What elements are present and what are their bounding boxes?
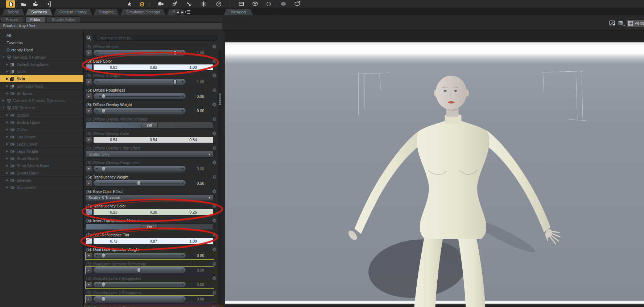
- create-plane-icon[interactable]: [292, 0, 302, 8]
- tree-item-default-templates[interactable]: ▶Default Templates: [0, 61, 83, 68]
- collapsed-arrow-icon[interactable]: ▶: [6, 83, 8, 90]
- slider-plus[interactable]: +: [182, 253, 184, 257]
- toggle-bar[interactable]: On: [86, 223, 213, 230]
- chevron-down-icon[interactable]: ▼: [86, 79, 92, 85]
- slider-track[interactable]: −+: [93, 296, 186, 302]
- slider-minus[interactable]: −: [95, 282, 98, 286]
- slider-thumb[interactable]: [102, 166, 105, 171]
- collapsed-arrow-icon[interactable]: ▶: [6, 140, 8, 148]
- tree-item-genesis-8-female-eyelashes[interactable]: ▶Genesis 8 Female Eyelashes: [0, 97, 83, 104]
- gear-icon[interactable]: [212, 276, 216, 281]
- tree-item-currently-used[interactable]: Currently Used: [0, 46, 83, 54]
- color-component-value[interactable]: 0.26: [173, 209, 213, 215]
- collapsed-arrow-icon[interactable]: ▶: [6, 61, 8, 68]
- collapsed-arrow-icon[interactable]: ▶: [6, 112, 8, 119]
- gear-icon[interactable]: [212, 160, 216, 165]
- tree-item-favorites[interactable]: Favorites: [0, 39, 83, 46]
- color-component-value[interactable]: 0.83: [94, 64, 133, 70]
- tree-item-legs-middle[interactable]: ▶Legs Middle: [0, 148, 83, 155]
- slider-minus[interactable]: −: [95, 166, 98, 171]
- color-component-value[interactable]: 0.54: [173, 137, 213, 143]
- chevron-down-icon[interactable]: ▼: [86, 136, 92, 143]
- tab-shaping[interactable]: Shaping: [94, 9, 119, 15]
- tree-item-collar[interactable]: ▶Collar: [0, 126, 83, 133]
- slider-plus[interactable]: +: [182, 282, 184, 286]
- slider-thumb[interactable]: [102, 94, 105, 99]
- slider-value[interactable]: 0.00: [188, 296, 206, 302]
- slider-minus[interactable]: −: [95, 181, 98, 185]
- open-file-icon[interactable]: [19, 0, 28, 8]
- collapsed-arrow-icon[interactable]: ▶: [6, 169, 8, 177]
- color-value-field[interactable]: 0.720.871.00: [93, 238, 213, 244]
- color-component-value[interactable]: 0.72: [94, 238, 133, 244]
- node-selection-tool-icon[interactable]: [125, 0, 135, 8]
- tree-item-short-shorts-band[interactable]: ▶Short Shorts Band: [0, 162, 83, 169]
- toggle-button[interactable]: Off: [141, 123, 158, 128]
- color-component-value[interactable]: 0.87: [133, 238, 173, 244]
- create-cube-icon[interactable]: [250, 0, 260, 8]
- tree-item-legs-lower[interactable]: ▶Legs Lower: [0, 140, 83, 148]
- slider-track[interactable]: −+: [93, 93, 186, 100]
- tree-item-skin[interactable]: ▶Skin: [0, 75, 83, 83]
- collapsed-arrow-icon[interactable]: ▶: [6, 119, 8, 126]
- slider-plus[interactable]: +: [182, 297, 184, 301]
- spot-light-icon[interactable]: [184, 0, 194, 8]
- create-sphere-icon[interactable]: [264, 0, 273, 8]
- color-component-value[interactable]: 0.30: [133, 209, 173, 215]
- tab-viewport[interactable]: Viewport: [224, 9, 253, 15]
- chevron-down-icon[interactable]: ▼: [86, 108, 92, 114]
- slider-minus[interactable]: −: [95, 79, 98, 84]
- color-value-field[interactable]: 0.540.540.54: [93, 136, 213, 143]
- tree-item-shorts-band[interactable]: ▶Shorts Band: [0, 169, 83, 177]
- gear-icon[interactable]: [212, 59, 216, 63]
- slider-minus[interactable]: −: [95, 94, 98, 98]
- gear-icon[interactable]: [212, 131, 216, 136]
- slider-minus[interactable]: −: [95, 297, 98, 301]
- slider-thumb[interactable]: [102, 253, 105, 258]
- create-cylinder-icon[interactable]: [278, 0, 288, 8]
- tab-scroll-right-button[interactable]: ▶: [180, 10, 185, 15]
- color-component-value[interactable]: 0.54: [94, 137, 133, 143]
- tab-content-library[interactable]: Content Library: [54, 9, 92, 15]
- color-swatch[interactable]: [86, 238, 92, 244]
- collapsed-arrow-icon[interactable]: ▶: [6, 75, 8, 83]
- slider-plus[interactable]: +: [182, 166, 184, 171]
- panel-menu-icon[interactable]: [185, 9, 191, 15]
- slider-track[interactable]: −+: [93, 281, 186, 288]
- aux-viewport-icon[interactable]: [236, 0, 246, 8]
- collapsed-arrow-icon[interactable]: ▶: [6, 133, 8, 140]
- slider-plus[interactable]: +: [182, 50, 184, 55]
- slider-plus[interactable]: +: [182, 79, 184, 84]
- tab-simulation-settings[interactable]: Simulation Settings: [120, 9, 165, 15]
- slider-value[interactable]: 0.50: [188, 267, 206, 273]
- collapsed-arrow-icon[interactable]: ▶: [2, 97, 4, 104]
- slider-value[interactable]: 0.50: [188, 180, 206, 186]
- expanded-arrow-icon[interactable]: ▼: [2, 104, 5, 112]
- scrollbar-thumb[interactable]: [219, 93, 221, 105]
- slider-track[interactable]: −+: [93, 108, 186, 114]
- gear-icon[interactable]: [212, 189, 216, 194]
- gear-icon[interactable]: [212, 45, 216, 49]
- gear-icon[interactable]: [212, 73, 216, 78]
- tree-item-bodice[interactable]: ▶Bodice: [0, 112, 83, 119]
- tree-item-waistband[interactable]: ▶Waistband: [0, 184, 83, 191]
- slider-track[interactable]: −+: [93, 252, 186, 259]
- slider-value[interactable]: 0.00: [188, 108, 206, 114]
- expanded-arrow-icon[interactable]: ▼: [2, 54, 5, 61]
- color-value-field[interactable]: 0.830.931.00: [93, 64, 213, 71]
- distant-light-icon[interactable]: [170, 0, 179, 8]
- tree-item-bodice-upper[interactable]: ▶Bodice Upper: [0, 119, 83, 126]
- chevron-down-icon[interactable]: ▼: [86, 180, 92, 186]
- dropdown-field[interactable]: Scatter & Transmit▼: [86, 194, 213, 201]
- chevron-down-icon[interactable]: ▼: [86, 50, 92, 56]
- slider-value[interactable]: 0.00: [188, 165, 206, 172]
- collapsed-arrow-icon[interactable]: ▶: [6, 126, 8, 133]
- slider-minus[interactable]: −: [95, 253, 98, 257]
- chevron-down-icon[interactable]: ▼: [86, 93, 92, 100]
- tree-item-skin-lips-nails[interactable]: ▶Skin-Lips-Nails: [0, 83, 83, 90]
- toggle-button[interactable]: On: [141, 224, 158, 230]
- slider-plus[interactable]: +: [182, 181, 184, 185]
- slider-value[interactable]: 0.00: [188, 252, 206, 259]
- gear-icon[interactable]: [212, 146, 216, 150]
- import-file-icon[interactable]: [44, 0, 53, 8]
